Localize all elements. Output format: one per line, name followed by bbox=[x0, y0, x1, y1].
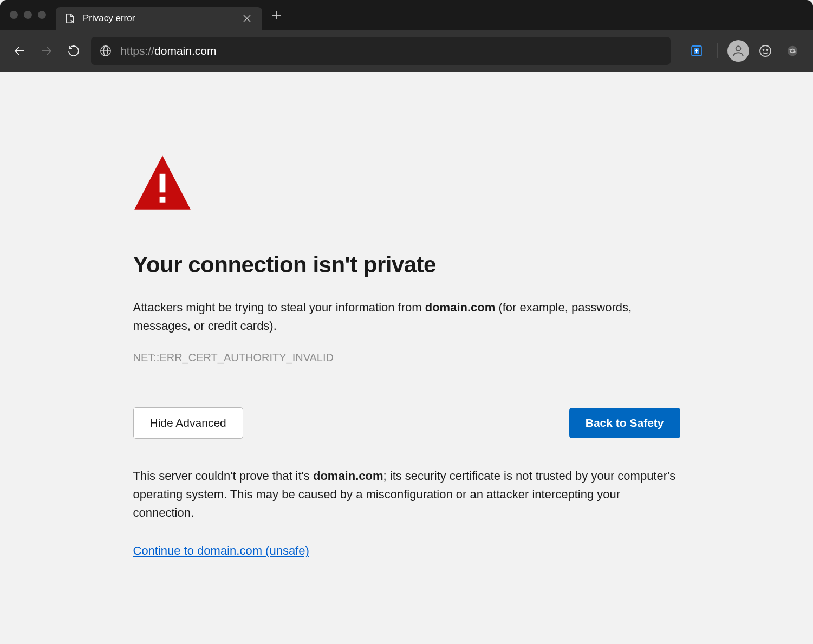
error-detail: This server couldn't prove that it's dom… bbox=[133, 467, 680, 522]
sync-icon[interactable] bbox=[782, 40, 803, 62]
error-desc-pre: Attackers might be trying to steal your … bbox=[133, 301, 425, 314]
tab-strip: Privacy error bbox=[0, 0, 813, 30]
page-insecure-icon bbox=[64, 12, 76, 24]
svg-point-17 bbox=[763, 49, 764, 50]
back-to-safety-button[interactable]: Back to Safety bbox=[569, 408, 680, 438]
svg-rect-21 bbox=[159, 174, 165, 193]
window-maximize-button[interactable] bbox=[38, 11, 46, 19]
error-detail-pre: This server couldn't prove that it's bbox=[133, 469, 313, 483]
toolbar-separator bbox=[717, 43, 718, 58]
svg-point-16 bbox=[760, 45, 771, 56]
error-desc-domain: domain.com bbox=[425, 301, 496, 314]
svg-point-18 bbox=[767, 49, 768, 50]
page-viewport: Your connection isn't private Attackers … bbox=[0, 72, 813, 644]
error-actions: Hide Advanced Back to Safety bbox=[133, 407, 680, 439]
error-content: Your connection isn't private Attackers … bbox=[133, 72, 680, 558]
tab-title: Privacy error bbox=[83, 13, 233, 24]
tracking-prevention-icon[interactable] bbox=[686, 40, 707, 62]
error-heading: Your connection isn't private bbox=[133, 252, 680, 278]
profile-button[interactable] bbox=[727, 40, 749, 62]
browser-window: Privacy error bbox=[0, 0, 813, 644]
close-tab-button[interactable] bbox=[240, 11, 254, 25]
warning-triangle-icon bbox=[133, 153, 680, 214]
browser-toolbar: https://domain.com bbox=[0, 30, 813, 72]
window-minimize-button[interactable] bbox=[24, 11, 32, 19]
error-description: Attackers might be trying to steal your … bbox=[133, 298, 680, 335]
refresh-button[interactable] bbox=[64, 41, 83, 61]
feedback-icon[interactable] bbox=[755, 40, 776, 62]
hide-advanced-button[interactable]: Hide Advanced bbox=[133, 407, 243, 439]
toolbar-right bbox=[686, 40, 803, 62]
address-bar[interactable]: https://domain.com bbox=[91, 37, 671, 65]
svg-rect-22 bbox=[159, 197, 165, 203]
proceed-unsafe-link[interactable]: Continue to domain.com (unsafe) bbox=[133, 544, 309, 557]
browser-tab[interactable]: Privacy error bbox=[56, 7, 262, 30]
nav-forward-button[interactable] bbox=[37, 41, 56, 61]
svg-point-15 bbox=[736, 46, 741, 51]
new-tab-button[interactable] bbox=[268, 6, 286, 24]
error-code: NET::ERR_CERT_AUTHORITY_INVALID bbox=[133, 352, 680, 364]
svg-point-19 bbox=[788, 46, 797, 56]
error-detail-domain: domain.com bbox=[313, 469, 383, 483]
address-text: https://domain.com bbox=[120, 44, 216, 57]
site-identity-icon[interactable] bbox=[100, 45, 112, 57]
url-host: domain.com bbox=[154, 44, 216, 57]
url-protocol: https:// bbox=[120, 44, 154, 57]
window-controls bbox=[4, 11, 56, 19]
window-close-button[interactable] bbox=[10, 11, 18, 19]
nav-back-button[interactable] bbox=[10, 41, 29, 61]
